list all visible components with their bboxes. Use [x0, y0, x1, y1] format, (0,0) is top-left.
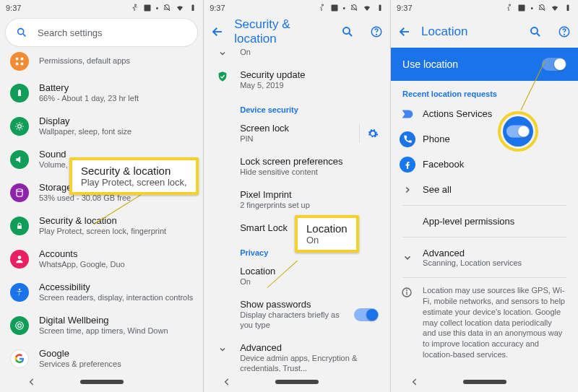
app-level-permissions[interactable]: App-level permissions	[391, 209, 578, 234]
item-advanced[interactable]: Advanced Scanning, Location services	[391, 240, 578, 274]
row-sub: 53% used - 30.08 GB free	[39, 193, 131, 204]
settings-row-apps[interactable]: Permissions, default apps	[0, 52, 203, 77]
section-privacy: Privacy	[204, 240, 390, 260]
svg-line-6	[23, 34, 25, 36]
settings-row-display[interactable]: Display Wallpaper, sleep, font size	[0, 110, 203, 143]
item-advanced[interactable]: Advanced Device admin apps, Encryption &…	[204, 336, 390, 372]
settings-row-accounts[interactable]: Accounts WhatsApp, Google, Duo	[0, 243, 203, 276]
item-sub: Scanning, Location services	[423, 258, 522, 267]
settings-row-security[interactable]: Security & location Play Protect, screen…	[0, 209, 203, 243]
apps-icon	[10, 52, 29, 71]
item-title: Actions Services	[423, 108, 492, 119]
recent-facebook[interactable]: Facebook	[391, 152, 578, 177]
help-icon[interactable]	[370, 25, 383, 38]
dnd-icon	[163, 4, 171, 12]
item-title: Location	[240, 266, 379, 277]
security-list: On Security update May 5, 2019 Device se…	[204, 48, 390, 372]
row-sub: Screen time, app timers, Wind Down	[39, 326, 168, 336]
item-previous[interactable]: On	[204, 48, 390, 64]
search-icon	[16, 27, 27, 38]
chevron-down-icon	[218, 49, 227, 58]
item-pixel-imprint[interactable]: Pixel Imprint 2 fingerprints set up	[204, 183, 390, 217]
item-sub: On	[240, 277, 379, 287]
svg-rect-7	[16, 58, 19, 61]
gear-icon[interactable]	[367, 128, 379, 139]
search-icon[interactable]	[529, 25, 542, 38]
item-show-passwords[interactable]: Show passwords Display characters briefl…	[204, 293, 390, 336]
facebook-status-icon	[517, 4, 526, 12]
svg-rect-9	[16, 63, 19, 66]
nav-back-icon[interactable]	[27, 377, 37, 387]
settings-row-wellbeing[interactable]: Digital Wellbeing Screen time, app timer…	[0, 309, 203, 342]
help-icon[interactable]	[558, 25, 571, 38]
running-icon	[317, 4, 326, 12]
svg-point-30	[509, 4, 511, 6]
item-lock-screen-prefs[interactable]: Lock screen preferences Hide sensitive c…	[204, 150, 390, 183]
facebook-status-icon	[143, 4, 152, 12]
running-icon	[130, 4, 139, 12]
settings-row-google[interactable]: Google Services & preferences	[0, 342, 203, 372]
nav-home-pill[interactable]	[80, 380, 124, 384]
use-location-bar[interactable]: Use location	[391, 48, 578, 81]
svg-rect-15	[17, 226, 22, 230]
statusbar-time: 9:37	[397, 4, 412, 12]
appbar-title: Location	[421, 25, 519, 39]
settings-row-sound[interactable]: Sound Volume, vibr	[0, 143, 203, 176]
notif-dot-icon: •	[530, 4, 533, 12]
google-icon	[10, 349, 29, 368]
row-sub: Screen readers, display, interaction con…	[39, 293, 193, 303]
item-title: Lock screen preferences	[240, 156, 379, 167]
svg-point-26	[343, 27, 350, 34]
item-smart-lock[interactable]: Smart Lock	[204, 217, 390, 240]
row-sub: Volume, vibr	[39, 160, 83, 170]
screen-location: 9:37 • Location Use location Recent loca…	[391, 0, 578, 392]
svg-line-37	[537, 33, 540, 36]
svg-rect-34	[568, 4, 569, 5]
svg-point-0	[134, 4, 136, 6]
svg-rect-3	[192, 5, 194, 11]
nav-home-pill[interactable]	[275, 380, 319, 384]
row-title: Accounts	[39, 248, 125, 260]
statusbar: 9:37 •	[0, 0, 203, 16]
item-title: See all	[423, 184, 452, 195]
item-location[interactable]: Location On	[204, 260, 390, 293]
nav-back-icon[interactable]	[410, 377, 420, 387]
battery-icon	[376, 4, 384, 12]
item-screen-lock[interactable]: Screen lock PIN	[204, 117, 390, 150]
svg-rect-31	[519, 5, 525, 12]
settings-row-storage[interactable]: Storage 53% used - 30.08 GB free	[0, 176, 203, 209]
recent-phone[interactable]: Phone	[391, 126, 578, 152]
nav-home-pill[interactable]	[463, 380, 506, 384]
settings-row-battery[interactable]: Battery 66% - About 1 day, 23 hr left	[0, 77, 203, 110]
back-icon[interactable]	[211, 25, 224, 38]
info-icon	[401, 287, 413, 298]
item-security-update[interactable]: Security update May 5, 2019	[204, 64, 390, 97]
accounts-icon	[10, 250, 29, 269]
svg-rect-23	[379, 5, 381, 11]
battery-icon	[189, 4, 197, 12]
search-settings[interactable]: Search settings	[6, 19, 197, 46]
see-all[interactable]: See all	[391, 177, 578, 202]
nav-back-icon[interactable]	[222, 377, 232, 387]
display-icon	[10, 117, 29, 136]
wifi-icon	[551, 4, 559, 12]
search-icon[interactable]	[341, 25, 354, 38]
back-icon[interactable]	[398, 25, 411, 38]
item-title: Facebook	[423, 159, 464, 170]
recent-actions-services[interactable]: Actions Services	[391, 101, 578, 126]
use-location-toggle[interactable]	[542, 58, 566, 71]
settings-row-accessibility[interactable]: Accessibility Screen readers, display, i…	[0, 276, 203, 309]
actions-icon	[400, 106, 415, 122]
shield-check-icon	[217, 71, 228, 82]
svg-rect-33	[567, 5, 569, 11]
facebook-icon	[400, 157, 415, 173]
navbar	[391, 372, 578, 392]
statusbar: 9:37 •	[204, 0, 390, 16]
settings-list: Permissions, default apps Battery 66% - …	[0, 52, 203, 372]
svg-point-36	[531, 27, 538, 34]
svg-rect-4	[193, 4, 194, 5]
show-passwords-toggle[interactable]	[354, 308, 379, 321]
statusbar: 9:37 •	[391, 0, 578, 16]
row-title: Digital Wellbeing	[39, 315, 168, 326]
row-title: Accessibility	[39, 282, 193, 293]
